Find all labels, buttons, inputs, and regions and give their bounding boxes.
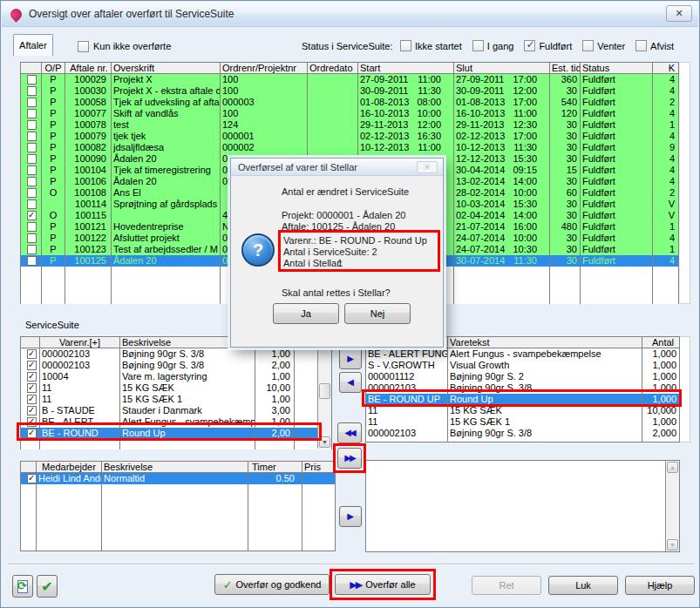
header-ordrenr[interactable]: Ordrenr/Projektnr bbox=[221, 63, 308, 74]
list-item[interactable]: BE - ALERT Alert Fungus - svampebekæmpe … bbox=[21, 416, 331, 428]
right-panel-scrollbar[interactable]: ▲ ▼ bbox=[665, 461, 679, 551]
list-item[interactable]: BE - ALERT FUNG Alert Fungus - svampebek… bbox=[366, 348, 679, 360]
header-est-tid[interactable]: Est. tid bbox=[550, 63, 581, 74]
row-checkbox[interactable] bbox=[27, 372, 37, 382]
status-option[interactable]: Ikke startet bbox=[400, 40, 462, 51]
list-item[interactable]: 000002103 Bøjning 90gr S. 3/8 2,00 bbox=[21, 360, 331, 371]
status-option[interactable]: Fuldført bbox=[524, 40, 572, 51]
header-ordredato[interactable]: Ordredato bbox=[308, 63, 358, 74]
table-row[interactable]: Heidi Lind Ande Normaltid 0.50 bbox=[21, 473, 335, 484]
list-item[interactable]: 11 15 KG SÆK 10,000 bbox=[366, 405, 679, 416]
ja-button[interactable]: Ja bbox=[273, 303, 339, 324]
header-varetekst[interactable]: Varetekst bbox=[448, 337, 642, 348]
overfor-og-godkend-button[interactable]: ✓ Overfør og godkend bbox=[214, 574, 330, 595]
header-op[interactable]: O/P bbox=[42, 63, 65, 74]
transfer-all-left-button[interactable]: ◀◀ bbox=[337, 422, 362, 443]
header-overskrift[interactable]: Overskrift bbox=[112, 63, 221, 74]
row-checkbox[interactable] bbox=[27, 245, 37, 254]
status-option[interactable]: Venter bbox=[582, 40, 625, 51]
table-row[interactable]: P 100077 Skift af vandlås 100 16-10-2013… bbox=[21, 108, 678, 119]
list-item[interactable]: S - V.GROWTH Visual Growth 1,000 bbox=[366, 360, 679, 371]
table-row[interactable]: P 100030 Projekt X - ekstra aftale d 100… bbox=[21, 85, 678, 97]
row-checkbox[interactable] bbox=[27, 395, 37, 404]
table-row[interactable]: P 100058 Tjek af udveksling af afta 0000… bbox=[21, 97, 678, 108]
dialog-close-button[interactable]: ✕ bbox=[417, 161, 438, 173]
row-checkbox[interactable] bbox=[27, 75, 37, 84]
row-checkbox[interactable] bbox=[27, 256, 37, 266]
status-option-checkbox[interactable] bbox=[524, 40, 535, 51]
row-checkbox[interactable] bbox=[27, 429, 37, 438]
table-row[interactable]: P 100029 Projekt X 100 27-09-201111:00 2… bbox=[21, 74, 678, 85]
row-checkbox[interactable] bbox=[27, 199, 37, 209]
header-varenr[interactable]: Varenr.[+] bbox=[40, 337, 120, 348]
row-checkbox[interactable] bbox=[27, 361, 37, 370]
table-row[interactable]: P 100079 tjek tjek 000001 02-12-201316:3… bbox=[21, 131, 678, 142]
row-checkbox[interactable] bbox=[27, 349, 37, 359]
status-option-checkbox[interactable] bbox=[582, 40, 594, 51]
row-checkbox[interactable] bbox=[27, 132, 37, 141]
header-medarbejder[interactable]: Medarbejder bbox=[37, 462, 102, 473]
list-item[interactable]: 000002103 Bøjning 90gr S. 3/8 1,00 bbox=[21, 348, 331, 360]
list-item[interactable]: 000002103 Bøjning 90gr S. 3/8 2,000 bbox=[366, 428, 679, 439]
row-checkbox[interactable] bbox=[27, 188, 37, 198]
list-item[interactable]: 000002103 Bøjning 90gr S. 3/8 1,000 bbox=[366, 382, 679, 394]
overfor-alle-button[interactable]: ▶▶ Overfør alle bbox=[335, 574, 431, 595]
header-start[interactable]: Start bbox=[358, 63, 454, 74]
row-checkbox[interactable] bbox=[27, 222, 37, 232]
status-option[interactable]: I gang bbox=[472, 40, 514, 51]
header-aftale-nr[interactable]: Aftale nr. bbox=[65, 63, 112, 74]
row-checkbox[interactable] bbox=[27, 211, 37, 220]
header-slut[interactable]: Slut bbox=[454, 63, 550, 74]
transfer-left-button[interactable]: ◀ bbox=[339, 372, 362, 393]
kun-ikke-overforte-checkbox[interactable] bbox=[78, 41, 89, 52]
scroll-down-button[interactable]: ▼ bbox=[319, 436, 330, 448]
row-checkbox[interactable] bbox=[27, 86, 37, 96]
scrollbar-thumb[interactable] bbox=[319, 383, 330, 399]
row-checkbox[interactable] bbox=[27, 143, 37, 152]
list-item[interactable]: 11 15 KG SÆK 1 1,00 bbox=[21, 394, 331, 405]
row-checkbox[interactable] bbox=[27, 120, 37, 130]
row-checkbox[interactable] bbox=[27, 383, 37, 393]
window-close-button[interactable]: ✕ bbox=[666, 5, 692, 22]
nej-button[interactable]: Nej bbox=[344, 303, 411, 324]
refresh-button[interactable]: ⟳ bbox=[12, 575, 33, 598]
row-checkbox[interactable] bbox=[27, 177, 37, 186]
row-checkbox[interactable] bbox=[27, 98, 37, 107]
tab-aftaler[interactable]: Aftaler bbox=[13, 34, 53, 56]
row-checkbox[interactable] bbox=[27, 109, 37, 118]
transfer-all-right-button[interactable]: ▶▶ bbox=[337, 448, 362, 469]
row-checkbox[interactable] bbox=[27, 406, 37, 415]
status-option[interactable]: Afvist bbox=[635, 40, 674, 51]
list-item[interactable]: 000001112 Bøjning 90gr S. 2 1,000 bbox=[366, 371, 679, 382]
list-item[interactable]: BE - ROUND Round Up 2,00 bbox=[21, 428, 331, 439]
luk-button[interactable]: Luk bbox=[548, 576, 618, 595]
ret-button[interactable]: Ret bbox=[472, 576, 541, 595]
transfer-medarbejder-right-button[interactable]: ▶ bbox=[339, 506, 362, 527]
list-item[interactable]: 11 15 KG SÆK 10,00 bbox=[21, 382, 331, 394]
row-checkbox[interactable] bbox=[27, 154, 37, 164]
list-item[interactable]: 11 15 KG SÆK 1 1,000 bbox=[366, 416, 679, 428]
hjaelp-button[interactable]: Hjælp bbox=[625, 576, 695, 595]
list-item[interactable]: BE - ROUND UP Round Up 1,000 bbox=[366, 394, 679, 405]
row-checkbox[interactable] bbox=[27, 233, 37, 243]
row-checkbox[interactable] bbox=[27, 166, 37, 175]
approve-button[interactable]: ✔ bbox=[37, 575, 58, 598]
list-item[interactable]: B - STAUDE Stauder i Danmark 3,00 bbox=[21, 405, 331, 416]
table-row[interactable]: P 100082 jdsaljfldæsa 000002 10-12-20131… bbox=[21, 142, 678, 153]
status-option-checkbox[interactable] bbox=[472, 40, 484, 51]
row-checkbox[interactable] bbox=[27, 417, 37, 427]
row-checkbox[interactable] bbox=[27, 474, 37, 483]
header-beskrivelse[interactable]: Beskrivelse bbox=[102, 462, 248, 473]
header-antal[interactable]: Antal bbox=[642, 337, 679, 348]
status-option-checkbox[interactable] bbox=[400, 40, 411, 51]
header-timer[interactable]: Timer bbox=[248, 462, 302, 473]
status-option-checkbox[interactable] bbox=[635, 40, 647, 51]
table-row[interactable]: P 100078 test 124 29-11-201312:00 29-11-… bbox=[21, 119, 678, 131]
list-item[interactable]: 10004 Vare m. lagerstyring 1,00 bbox=[21, 371, 331, 382]
header-pris[interactable]: Pris bbox=[302, 462, 335, 473]
header-k[interactable]: K bbox=[653, 63, 679, 74]
scroll-up-button[interactable]: ▲ bbox=[667, 462, 678, 473]
left-table-scrollbar[interactable]: ▼ bbox=[317, 337, 331, 449]
header-status[interactable]: Status bbox=[581, 63, 653, 74]
transfer-right-button[interactable]: ▶ bbox=[339, 348, 362, 369]
